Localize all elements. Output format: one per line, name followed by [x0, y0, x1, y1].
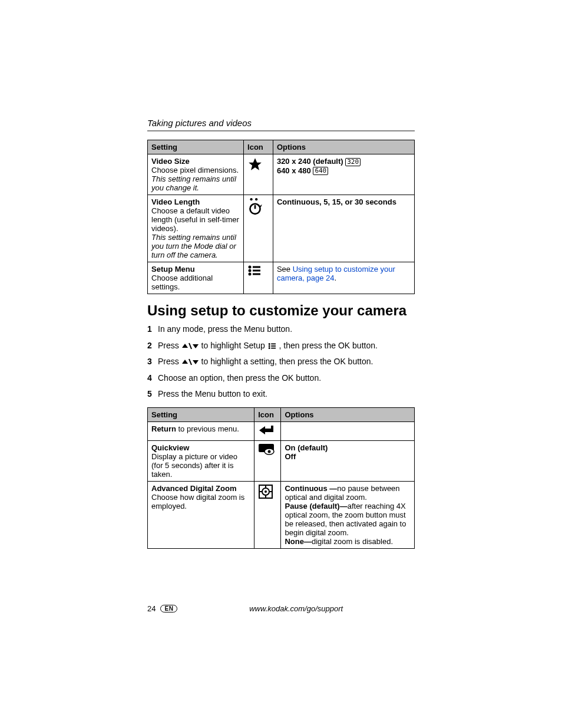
list-icon [267, 342, 277, 350]
language-badge: EN [160, 605, 177, 612]
zoom-icon [258, 484, 273, 499]
svg-point-15 [268, 343, 270, 345]
th-setting: Setting [148, 407, 254, 421]
setting-title: Return [151, 424, 176, 433]
svg-rect-20 [271, 348, 276, 349]
svg-marker-12 [182, 344, 188, 348]
setting-desc: Choose additional settings. [151, 274, 240, 291]
setting-title: Video Length [151, 197, 240, 206]
th-options: Options [273, 140, 414, 154]
setting-title: Quickview [151, 443, 250, 452]
svg-line-22 [189, 359, 191, 365]
page-heading: Using setup to customize your camera [147, 302, 415, 319]
page-number: 24 [147, 604, 156, 613]
steps-list: 1 In any mode, press the Menu button. 2 … [147, 324, 415, 400]
return-arrow-icon [258, 424, 273, 436]
list-item: 4 Choose an option, then press the OK bu… [147, 373, 415, 384]
svg-marker-21 [182, 360, 188, 364]
option-line: 320 x 240 (default) 320 [277, 157, 411, 166]
up-down-arrows-icon [181, 358, 199, 365]
th-icon: Icon [244, 140, 273, 154]
svg-marker-24 [259, 426, 273, 434]
svg-rect-7 [253, 266, 260, 268]
svg-marker-14 [193, 344, 199, 348]
option-line: On (default) [285, 443, 411, 452]
svg-point-27 [268, 450, 271, 453]
option-line: Off [285, 452, 411, 461]
setting-desc: Choose how digital zoom is employed. [151, 493, 250, 510]
svg-point-10 [249, 273, 252, 276]
up-down-arrows-icon [181, 342, 199, 350]
setting-desc: Choose pixel dimensions. [151, 166, 240, 174]
setting-note: This setting remains until you turn the … [151, 233, 240, 259]
th-options: Options [281, 407, 415, 421]
option-line: 640 x 480 640 [277, 166, 411, 176]
svg-point-8 [249, 269, 252, 272]
video-settings-table: Setting Icon Options Video Size Choose p… [147, 140, 415, 294]
svg-rect-18 [271, 345, 276, 347]
setting-note: This setting remains until you change it… [151, 174, 240, 192]
svg-rect-9 [253, 270, 260, 272]
table-row: Setup Menu Choose additional settings. S… [148, 262, 415, 294]
table-row: Video Length Choose a default video leng… [148, 195, 415, 262]
svg-point-6 [249, 266, 252, 269]
table-row: Advanced Digital Zoom Choose how digital… [148, 481, 415, 548]
setup-settings-table: Setting Icon Options Return to previous … [147, 407, 415, 549]
svg-point-1 [250, 198, 253, 200]
list-item: 3 Press to highlight a setting, then pre… [147, 356, 415, 368]
th-setting: Setting [148, 140, 244, 154]
star-icon [247, 157, 263, 172]
list-item: 5 Press the Menu button to exit. [147, 388, 415, 400]
timer-icon [247, 197, 263, 215]
svg-point-2 [255, 198, 257, 200]
section-title: Taking pictures and videos [147, 118, 415, 128]
table-row: Quickview Display a picture or video (fo… [148, 440, 415, 481]
setting-title: Setup Menu [151, 265, 240, 274]
list-item: 1 In any mode, press the Menu button. [147, 324, 415, 335]
svg-line-13 [189, 343, 191, 349]
svg-point-19 [268, 347, 270, 349]
svg-rect-16 [271, 343, 276, 344]
option-line: Pause (default)—after reaching 4X optica… [285, 502, 411, 537]
quickview-icon [258, 443, 275, 455]
setting-title: Video Size [151, 157, 240, 166]
th-icon: Icon [254, 407, 281, 421]
svg-marker-23 [193, 360, 199, 364]
setting-desc: to previous menu. [176, 424, 239, 433]
table-row: Video Size Choose pixel dimensions. This… [148, 154, 415, 195]
svg-rect-11 [253, 274, 260, 275]
option-line: Continuous, 5, 15, or 30 seconds [277, 197, 411, 206]
table-row: Return to previous menu. [148, 421, 415, 440]
svg-point-30 [265, 490, 267, 493]
svg-point-17 [268, 345, 270, 347]
res-320-icon: 320 [345, 158, 361, 166]
setting-title: Advanced Digital Zoom [151, 484, 250, 493]
list-item: 2 Press to highlight Setup , then press … [147, 340, 415, 352]
svg-marker-0 [249, 158, 262, 170]
option-prefix: See [277, 265, 293, 274]
setting-desc: Choose a default video length (useful in… [151, 206, 240, 233]
section-rule [147, 130, 415, 131]
page-footer: 24 EN www.kodak.com/go/support [147, 604, 415, 613]
support-url: www.kodak.com/go/support [177, 604, 415, 613]
res-640-icon: 640 [313, 167, 328, 175]
list-icon [247, 265, 262, 276]
setting-desc: Display a picture or video (for 5 second… [151, 452, 250, 479]
option-line: Continuous —no pause between optical and… [285, 484, 411, 502]
option-suffix: . [334, 274, 336, 282]
option-line: None—digital zoom is disabled. [285, 537, 411, 546]
